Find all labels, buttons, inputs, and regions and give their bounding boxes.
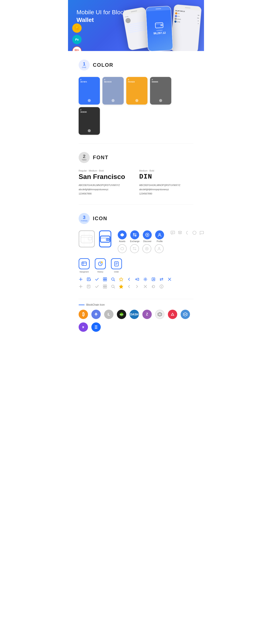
star-icon-yellow — [119, 277, 123, 282]
back-icon — [127, 277, 131, 282]
font-din-style: Medium · Bold — [139, 170, 194, 172]
tools-row-1 — [78, 277, 194, 282]
crypto-ark — [168, 310, 177, 319]
svg-marker-86 — [120, 285, 123, 288]
nav-icon-profile-outline — [155, 244, 164, 253]
grid-icon — [103, 277, 107, 282]
list-add-icon — [87, 277, 91, 282]
font-grid: Regular · Medium · Bold San Francisco AB… — [78, 170, 194, 196]
svg-line-7 — [155, 24, 163, 24]
font-sf: Regular · Medium · Bold San Francisco AB… — [78, 170, 133, 196]
svg-point-91 — [161, 286, 162, 286]
font-din: Medium · Bold DIN ABCDEFGHIJKLMNOPQRSTUV… — [139, 170, 194, 196]
svg-rect-81 — [105, 285, 107, 286]
svg-marker-68 — [120, 278, 123, 281]
close-x-gray — [143, 284, 148, 289]
share-icon — [135, 277, 140, 282]
section-number-3: 3 THREE — [78, 213, 90, 224]
swatch-gray: #666666 — [150, 77, 171, 104]
icon-section-header: 3 THREE ICON — [78, 213, 194, 224]
font-section-header: 2 TWO FONT — [78, 152, 194, 163]
app-icon-management: Mangment — [78, 258, 90, 273]
swatch-blue: #3574FA — [78, 77, 100, 104]
svg-point-38 — [178, 231, 182, 232]
app-icon-row: Mangment History — [78, 258, 194, 273]
crypto-dash: DASH — [130, 310, 139, 319]
svg-marker-92 — [94, 312, 98, 315]
nav-icon-exchange: Exchange — [130, 230, 140, 242]
blockchain-label: BlockChain Icon — [78, 303, 194, 306]
grid-icon-gray — [103, 284, 107, 289]
nav-icon-discover: Discover — [143, 230, 152, 242]
svg-rect-83 — [105, 287, 107, 288]
font-din-name: DIN — [139, 173, 194, 181]
sketch-badge — [72, 24, 82, 33]
svg-point-33 — [146, 248, 148, 249]
wallet-icon-blue — [99, 230, 111, 248]
search-icon-gray — [111, 284, 115, 289]
svg-text:NEO: NEO — [120, 314, 123, 316]
icon-section: 3 THREE ICON — [68, 204, 204, 299]
section-number-2: 2 TWO — [78, 152, 90, 163]
phone-mockup-2: myWallet $6,297.12 — [146, 6, 174, 51]
color-section: 1 ONE COLOR #3574FA #8DA0C8 #F5A623 #666… — [68, 51, 204, 143]
phone-mockup-3: $6,297,502.12 BTC 738 ETH — [170, 4, 202, 51]
swatch-orange: #F5A623 — [126, 77, 148, 104]
svg-rect-23 — [100, 236, 110, 242]
font-sf-numbers: 1234567890 — [78, 192, 133, 196]
screens-badge: 60+ Screens — [72, 46, 82, 51]
crypto-btc: ₿ — [78, 310, 88, 319]
svg-rect-62 — [103, 278, 105, 279]
settings-icon — [143, 277, 148, 282]
list-icon-gray — [87, 284, 91, 289]
forward-icon-gray — [135, 284, 140, 289]
crypto-ltc: Ł — [104, 310, 114, 319]
refresh-icon-gray — [151, 284, 156, 289]
svg-rect-35 — [171, 231, 175, 234]
svg-line-85 — [114, 287, 115, 288]
hero-section: Mobile UI for Blockchain Wallet UI Kit P… — [68, 0, 204, 51]
nav-icon-assets: Assets — [118, 230, 127, 242]
svg-point-32 — [145, 247, 148, 250]
svg-marker-96 — [158, 312, 162, 316]
crypto-matic — [78, 322, 88, 332]
svg-rect-43 — [82, 262, 86, 266]
moon-icon — [185, 230, 190, 235]
color-swatches: #3574FA #8DA0C8 #F5A623 #666666 #303030 — [78, 77, 194, 135]
hero-badges: Ps 60+ Screens — [72, 24, 82, 51]
crypto-zen: Z — [142, 310, 152, 319]
circle-icon — [192, 230, 197, 235]
svg-point-70 — [145, 279, 146, 280]
plus-icon-gray — [78, 284, 83, 289]
nav-icon-exchange-outline — [130, 244, 139, 253]
blockchain-label-text: BlockChain Icon — [86, 303, 105, 306]
tools-row-2 — [78, 284, 194, 289]
svg-marker-27 — [120, 233, 124, 236]
crypto-ftm — [92, 322, 101, 332]
svg-rect-12 — [81, 235, 92, 243]
font-din-lowercase: abcdefghijklmnopqrstuvwxyz — [139, 188, 194, 192]
ps-badge: Ps — [72, 35, 82, 44]
svg-rect-80 — [103, 285, 105, 286]
svg-point-39 — [193, 231, 196, 234]
icon-section-title: ICON — [93, 216, 107, 222]
svg-rect-82 — [103, 287, 105, 288]
close-icon — [168, 277, 172, 282]
tools-icons-section — [78, 277, 194, 289]
star-icon-orange — [119, 284, 123, 289]
misc-icons-col — [170, 230, 204, 235]
chat-icon — [170, 230, 175, 235]
nav-icon-discover-outline — [142, 244, 151, 253]
font-section-title: FONT — [93, 154, 108, 160]
app-icon-order: Order — [111, 258, 122, 273]
nav-icon-profile: Profile — [155, 230, 164, 242]
font-sf-uppercase: ABCDEFGHIJKLMNOPQRSTUVWXYZ — [78, 183, 133, 188]
svg-point-26 — [107, 239, 108, 240]
svg-rect-64 — [103, 280, 105, 281]
svg-marker-31 — [121, 247, 124, 250]
phones-container: Profile — [119, 6, 204, 51]
blockchain-line — [78, 304, 84, 305]
svg-point-34 — [158, 248, 160, 249]
font-din-uppercase: ABCDEFGHIJKLMNOPQRSTUVWXYZ — [139, 183, 194, 188]
swap-icon — [160, 277, 164, 282]
